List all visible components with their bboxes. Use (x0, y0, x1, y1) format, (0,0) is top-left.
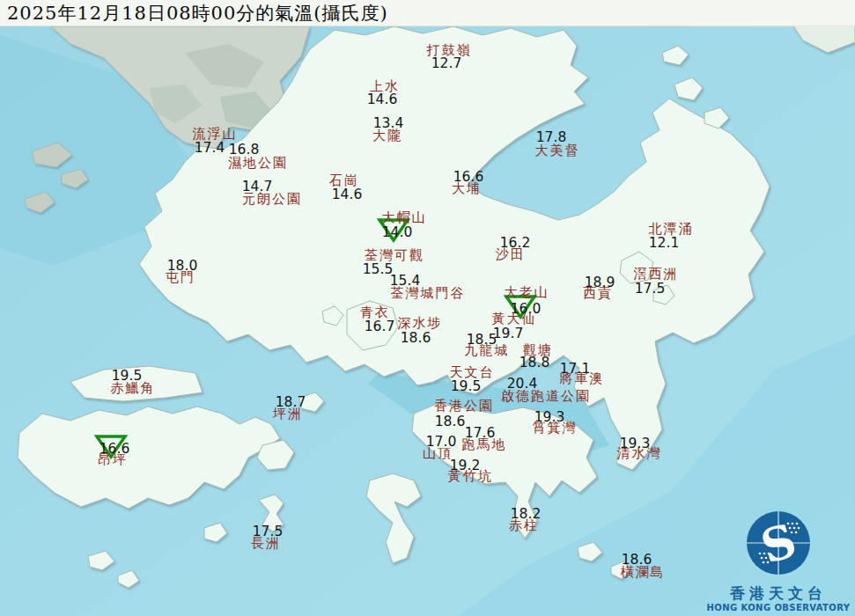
station-value: 12.7 (431, 55, 462, 71)
page-title: 2025年12月18日08時00分的氣溫(攝氏度) (0, 1, 388, 26)
station-value: 19.2 (450, 458, 481, 473)
station-value: 13.4 (373, 115, 404, 131)
station-value: 18.2 (511, 506, 542, 522)
station-value: 14.6 (332, 187, 363, 202)
station-value: 14.6 (367, 92, 398, 107)
station-value: 14.7 (242, 179, 273, 194)
station-value: 19.5 (451, 378, 482, 394)
station-value: 17.4 (195, 140, 225, 156)
station-value: 17.6 (465, 425, 496, 441)
station-value: 18.0 (167, 258, 198, 274)
station-value: 16.8 (229, 142, 260, 158)
station-value: 18.7 (276, 394, 306, 410)
logo-name-chinese: 香港天文台 (704, 585, 853, 602)
station-value: 16.6 (453, 169, 484, 185)
station-value: 19.3 (534, 409, 565, 425)
station-value: 16.6 (100, 441, 130, 457)
station-value: 20.4 (507, 376, 538, 392)
station-name: 香港公園 (434, 398, 494, 414)
station-name: 大帽山 (382, 209, 427, 226)
station-value: 19.5 (112, 368, 143, 384)
station-value: 15.5 (363, 261, 394, 277)
station-value: 14.0 (382, 224, 413, 240)
observatory-logo-icon: S (742, 510, 814, 582)
station-value: 12.1 (649, 235, 680, 251)
station-value: 18.9 (585, 275, 615, 290)
station-value: 18.6 (401, 330, 431, 346)
station-name: 黃大仙 (492, 311, 537, 327)
station-value: 18.6 (622, 552, 652, 568)
station-value: 17.5 (635, 281, 666, 297)
station-value: 19.7 (493, 326, 524, 341)
station-name: 滘西洲 (634, 266, 679, 282)
logo-name-english: HONG KONG OBSERVATORY (704, 602, 853, 613)
station-value: 17.1 (560, 361, 591, 377)
station-value: 17.5 (253, 524, 284, 539)
title-bar: 2025年12月18日08時00分的氣溫(攝氏度) (0, 0, 855, 26)
temperature-map-screen: 2025年12月18日08時00分的氣溫(攝氏度) 打鼓嶺12.7上水14.6大… (0, 0, 855, 616)
station-value: 19.3 (620, 436, 651, 451)
station-value: 16.7 (365, 319, 395, 334)
station-value: 18.5 (467, 332, 498, 348)
station-value: 15.4 (390, 273, 421, 289)
station-value: 16.2 (500, 235, 531, 251)
station-value: 17.8 (536, 129, 567, 145)
station-value: 18.6 (435, 414, 466, 429)
station-name: 大老山 (505, 284, 549, 301)
observatory-logo: S 香港天文台 HONG KONG OBSERVATORY (704, 510, 853, 613)
station-value: 18.8 (520, 355, 550, 370)
station-value: 17.0 (426, 434, 457, 450)
station-name: 深水埗 (398, 315, 443, 332)
